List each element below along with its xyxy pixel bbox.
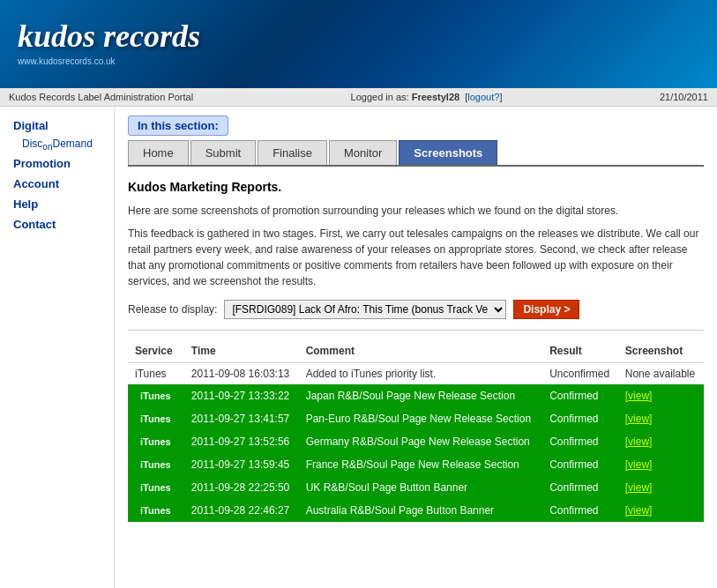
- cell-time: 2011-09-27 13:52:56: [184, 430, 299, 453]
- col-screenshot: Screenshot: [618, 339, 704, 363]
- cell-screenshot[interactable]: [view]: [618, 384, 704, 407]
- cell-time: 2011-09-28 22:46:27: [184, 499, 299, 522]
- view-link[interactable]: [view]: [625, 435, 653, 448]
- cell-time: 2011-09-28 22:25:50: [184, 476, 299, 499]
- service-badge: iTunes: [135, 435, 176, 449]
- sidebar-item-contact[interactable]: Contact: [0, 214, 114, 234]
- main-content: In this section: Home Submit Finalise Mo…: [115, 107, 717, 588]
- cell-comment: Pan-Euro R&B/Soul Page New Release Secti…: [299, 407, 543, 430]
- service-badge: iTunes: [135, 480, 176, 495]
- cell-screenshot[interactable]: [view]: [618, 407, 704, 430]
- display-button[interactable]: Display >: [513, 300, 579, 319]
- login-info: Logged in as: Freestyl28 [logout?]: [351, 92, 503, 102]
- cell-comment: France R&B/Soul Page New Release Section: [299, 453, 543, 476]
- service-badge: iTunes: [135, 389, 176, 403]
- layout: Digital DisconDemand Promotion Account H…: [0, 107, 717, 588]
- cell-service: iTunes: [128, 499, 184, 522]
- view-link[interactable]: [view]: [625, 390, 653, 402]
- cell-screenshot[interactable]: [view]: [618, 453, 704, 476]
- service-badge: iTunes: [135, 412, 176, 426]
- divider: [128, 330, 704, 331]
- nav-tabs: Home Submit Finalise Monitor Screenshots: [128, 140, 704, 167]
- sidebar-item-digital[interactable]: Digital: [0, 115, 114, 136]
- topbar: Kudos Records Label Administration Porta…: [0, 88, 717, 107]
- table-row: iTunes2011-09-27 13:59:45France R&B/Soul…: [128, 453, 704, 476]
- service-badge: iTunes: [135, 503, 176, 517]
- cell-time: 2011-09-27 13:41:57: [184, 407, 299, 430]
- cell-service: iTunes: [128, 363, 184, 385]
- portal-label: Kudos Records Label Administration Porta…: [9, 92, 193, 102]
- release-label: Release to display:: [128, 303, 217, 316]
- sidebar-item-account[interactable]: Account: [0, 174, 114, 194]
- date: 21/10/2011: [660, 92, 708, 102]
- table-row: iTunes2011-09-27 13:41:57Pan-Euro R&B/So…: [128, 407, 704, 430]
- cell-screenshot[interactable]: [view]: [618, 476, 704, 499]
- cell-result: Confirmed: [542, 476, 618, 499]
- table-body: iTunes2011-09-08 16:03:13Added to iTunes…: [128, 363, 704, 523]
- table-row: iTunes2011-09-08 16:03:13Added to iTunes…: [128, 363, 704, 385]
- tab-monitor[interactable]: Monitor: [329, 140, 397, 165]
- release-dropdown[interactable]: [FSRDIG089] Lack Of Afro: This Time (bon…: [224, 300, 506, 319]
- col-comment: Comment: [299, 339, 543, 363]
- logged-in-prefix: Logged in as:: [351, 92, 412, 102]
- cell-service: iTunes: [128, 453, 184, 476]
- tab-home[interactable]: Home: [128, 140, 189, 165]
- col-result: Result: [542, 339, 618, 363]
- cell-comment: Germany R&B/Soul Page New Release Sectio…: [299, 430, 543, 453]
- tab-finalise[interactable]: Finalise: [258, 140, 327, 165]
- cell-comment: Added to iTunes priority list.: [299, 363, 543, 385]
- sidebar-item-discondemand[interactable]: DisconDemand: [0, 136, 114, 153]
- logout-link[interactable]: logout?: [467, 92, 499, 102]
- release-selector: Release to display: [FSRDIG089] Lack Of …: [128, 300, 704, 319]
- cell-service: iTunes: [128, 407, 184, 430]
- col-time: Time: [184, 339, 299, 363]
- table-header-row: Service Time Comment Result Screenshot: [128, 339, 704, 363]
- cell-screenshot: None available: [618, 363, 704, 385]
- view-link[interactable]: [view]: [625, 413, 653, 425]
- col-service: Service: [128, 339, 184, 363]
- table-row: iTunes2011-09-28 22:46:27Australia R&B/S…: [128, 499, 704, 522]
- logo: kudos records www.kudosrecords.co.uk: [18, 18, 200, 66]
- cell-result: Confirmed: [542, 499, 618, 522]
- table-row: iTunes2011-09-28 22:25:50UK R&B/Soul Pag…: [128, 476, 704, 499]
- cell-result: Confirmed: [542, 430, 618, 453]
- tab-submit[interactable]: Submit: [190, 140, 256, 165]
- logo-url: www.kudosrecords.co.uk: [18, 56, 200, 66]
- sidebar: Digital DisconDemand Promotion Account H…: [0, 107, 115, 588]
- content-area: Kudos Marketing Reports. Here are some s…: [128, 167, 704, 535]
- cell-service: iTunes: [128, 476, 184, 499]
- cell-time: 2011-09-08 16:03:13: [184, 363, 299, 385]
- cell-screenshot[interactable]: [view]: [618, 430, 704, 453]
- cell-time: 2011-09-27 13:33:22: [184, 384, 299, 407]
- cell-comment: Japan R&B/Soul Page New Release Section: [299, 384, 543, 407]
- header: kudos records www.kudosrecords.co.uk: [0, 0, 717, 88]
- cell-time: 2011-09-27 13:59:45: [184, 453, 299, 476]
- table-row: iTunes2011-09-27 13:52:56Germany R&B/Sou…: [128, 430, 704, 453]
- cell-comment: UK R&B/Soul Page Button Banner: [299, 476, 543, 499]
- cell-result: Unconfirmed: [542, 363, 618, 385]
- sidebar-item-help[interactable]: Help: [0, 194, 114, 214]
- service-badge: iTunes: [135, 458, 176, 472]
- cell-result: Confirmed: [542, 384, 618, 407]
- view-link[interactable]: [view]: [625, 504, 653, 517]
- cell-comment: Australia R&B/Soul Page Button Banner: [299, 499, 543, 522]
- results-table: Service Time Comment Result Screenshot i…: [128, 339, 704, 522]
- cell-service: iTunes: [128, 384, 184, 407]
- logo-text: kudos records: [18, 18, 200, 55]
- cell-result: Confirmed: [542, 407, 618, 430]
- cell-service: iTunes: [128, 430, 184, 453]
- username: Freestyl28: [412, 92, 459, 102]
- sidebar-item-promotion[interactable]: Promotion: [0, 153, 114, 174]
- tab-screenshots[interactable]: Screenshots: [399, 140, 497, 165]
- view-link[interactable]: [view]: [625, 458, 653, 471]
- content-heading: Kudos Marketing Reports.: [128, 180, 704, 194]
- section-label: In this section:: [128, 115, 228, 136]
- cell-screenshot[interactable]: [view]: [618, 499, 704, 522]
- cell-result: Confirmed: [542, 453, 618, 476]
- view-link[interactable]: [view]: [625, 481, 653, 494]
- table-row: iTunes2011-09-27 13:33:22Japan R&B/Soul …: [128, 384, 704, 407]
- content-intro: Here are some screenshots of promotion s…: [128, 203, 704, 219]
- content-body: This feedback is gathered in two stages.…: [128, 226, 704, 289]
